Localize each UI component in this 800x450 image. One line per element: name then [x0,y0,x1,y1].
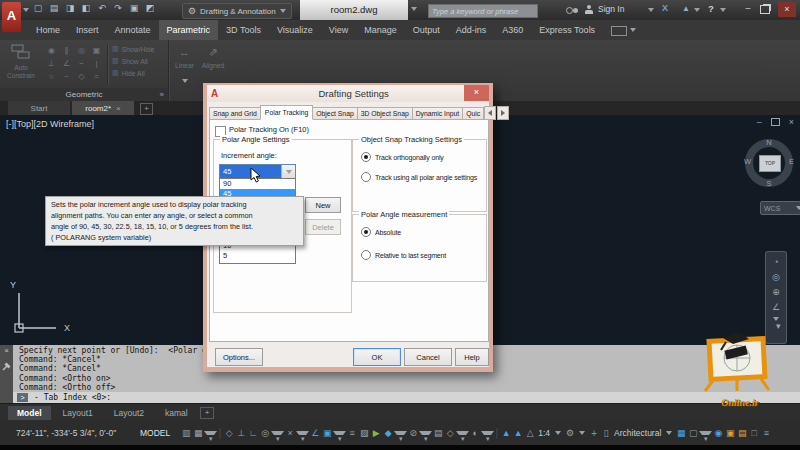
scale-caret-icon[interactable] [555,431,561,435]
search-input[interactable] [428,4,538,18]
infer-constraints-icon[interactable]: ◇ [223,428,235,438]
tab-scroll-right-button[interactable] [497,106,509,120]
search-icon[interactable] [566,7,573,14]
help-caret-icon[interactable] [720,8,726,12]
ortho-icon[interactable]: ∟ [247,428,259,438]
pan-icon[interactable]: ◎ [772,272,780,282]
ribbon-tab[interactable]: Express Tools [531,20,603,40]
ribbon-tab[interactable]: 3D Tools [218,20,269,40]
hardware-monitor-icon[interactable]: ▢ [687,428,699,438]
isodraft-caret-icon[interactable]: ▾ [296,431,309,435]
transparency-icon[interactable]: ▨ [358,428,370,438]
orbit-icon[interactable]: ∠ [772,302,780,312]
osnap-3d-icon[interactable]: ◆ [382,428,394,438]
constraint-icon[interactable]: ∥ [59,44,74,57]
viewport-minimize-icon[interactable]: – [757,117,762,127]
radio-option[interactable]: Relative to last segment [361,250,446,260]
isodraft-icon[interactable]: × [284,428,296,438]
dynamic-input-icon[interactable]: ⊥ [235,428,247,438]
linear-caret-icon[interactable] [182,79,188,83]
steering-wheel-icon[interactable]: ◔ [773,257,778,267]
title-expand-icon[interactable] [411,7,417,11]
radio-icon[interactable] [361,152,371,162]
radio-option[interactable]: Track using all polar angle settings [361,172,477,182]
radio-icon[interactable] [361,227,371,237]
lineweight-icon[interactable]: ≡ [346,428,358,438]
radio-icon[interactable] [361,172,371,182]
model-space-button[interactable]: MODEL [140,428,170,438]
viewport-close-icon[interactable]: × [789,117,794,127]
a360-icon[interactable]: ▲ [682,4,690,13]
logo-caret-icon[interactable] [23,8,29,12]
snap-mode-icon[interactable]: ▥ [180,428,192,438]
auto-constrain-button[interactable]: Auto Constrain [2,42,40,87]
grid-caret-icon[interactable]: ▾ [204,431,217,435]
workspace-switcher[interactable]: ⚙ Drafting & Annotation [182,3,292,19]
filter-caret-icon[interactable]: ▾ [456,431,469,435]
constraint-icon[interactable]: ~ [59,70,74,83]
ribbon-tab[interactable]: Add-ins [448,20,495,40]
a360-caret-icon[interactable] [694,8,700,12]
new-angle-button[interactable]: New [305,197,341,213]
layout-tab[interactable]: kamal [156,406,197,420]
add-scale-icon[interactable]: + [588,428,600,439]
osnap-icon[interactable]: ▣ [321,428,333,438]
constraint-icon[interactable]: − [74,57,89,70]
annotation-scale-value[interactable]: 1:4 [538,428,550,438]
ribbon-tab[interactable]: Insert [68,20,107,40]
osnap-3d-caret-icon[interactable]: ▾ [394,431,407,435]
graphics-performance-icon[interactable]: ◉ [712,428,724,438]
ribbon-toggle-caret-icon[interactable] [630,28,636,32]
cancel-button[interactable]: Cancel [404,348,452,366]
ribbon-tab[interactable]: A360 [494,20,531,40]
command-input-row[interactable]: > - Tab Index <0>: [13,392,800,403]
file-tab-room2[interactable]: room2* × [72,101,134,115]
polar-tracking-icon[interactable]: ◎ [259,428,271,438]
ok-button[interactable]: OK [353,348,401,366]
polar-caret-icon[interactable]: ▾ [271,431,284,435]
radio-icon[interactable] [361,250,371,260]
sign-in-button[interactable]: Sign In [598,4,624,14]
dialog-title-bar[interactable]: A Drafting Settings × [207,85,489,102]
viewport-controls-label[interactable]: [-][Top][2D Wireframe] [6,119,94,129]
viewcube-west[interactable]: W [744,157,751,166]
layout-tab[interactable]: Layout1 [54,406,102,420]
sign-in-caret-icon[interactable] [648,8,654,12]
close-button[interactable]: × [778,2,796,17]
grid-display-icon[interactable]: ▦ [192,428,204,438]
wcs-menu-button[interactable]: WCS [760,201,800,215]
units-caret-icon[interactable] [666,431,672,435]
help-button[interactable]: Help [455,348,489,366]
autoscale-icon[interactable]: ▲ [512,428,524,438]
constraint-icon[interactable]: ◎ [74,44,89,57]
osnap-caret-icon[interactable]: ▾ [333,431,346,435]
layout-tab[interactable]: Model [8,406,51,420]
radio-option[interactable]: Track orthogonally only [361,152,477,162]
tab-scroll-left-button[interactable] [484,106,496,120]
plot-icon[interactable]: ▣ [128,3,140,13]
linear-dimension-button[interactable]: ↔ Linear [171,42,198,94]
viewcube-north[interactable]: N [743,138,795,147]
undo-icon[interactable]: ↶ [96,3,108,13]
open-icon[interactable]: ▤ [48,3,60,13]
file-tab-close-icon[interactable]: × [116,104,121,113]
quick-properties-icon[interactable]: ▦ [675,428,687,438]
constraint-icon[interactable]: ⊥ [44,57,59,70]
dialog-close-button[interactable]: × [464,85,489,101]
dynamic-ucs-icon[interactable]: ⊘ [407,428,419,438]
viewcube-south[interactable]: S [743,179,795,188]
radio-option[interactable]: Absolute [361,227,446,237]
tray-plot-icon[interactable]: ▣ [724,428,736,438]
ribbon-tab[interactable]: Parametric [159,20,219,40]
settings-gear-icon[interactable]: ⚙ [564,428,576,438]
filter-icon[interactable]: ◇ [444,428,456,438]
sheet-set-icon[interactable]: ◩ [144,3,156,13]
redo-icon[interactable]: ↷ [112,3,124,13]
minimize-button[interactable]: – [740,2,756,16]
constraint-icon[interactable]: = [89,70,104,83]
angle-option[interactable]: 5 [220,251,295,261]
ribbon-display-toggle-icon[interactable] [611,26,627,36]
clean-screen-icon[interactable]: □ [748,428,760,438]
ribbon-tab[interactable]: Home [28,20,68,40]
save-as-icon[interactable]: ◧ [80,3,92,13]
